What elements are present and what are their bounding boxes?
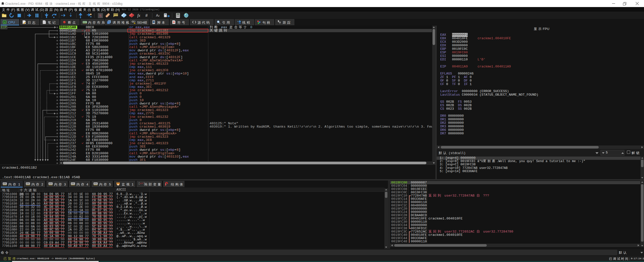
svg-text:S: S (99, 13, 101, 18)
svg-text:32: 32 (4, 21, 6, 23)
svg-text:#: # (145, 13, 148, 18)
svg-text:!: ! (134, 22, 135, 24)
svg-text:Az: Az (156, 13, 159, 17)
svg-text:fx: fx (137, 13, 140, 18)
svg-text:s: s (153, 21, 154, 23)
